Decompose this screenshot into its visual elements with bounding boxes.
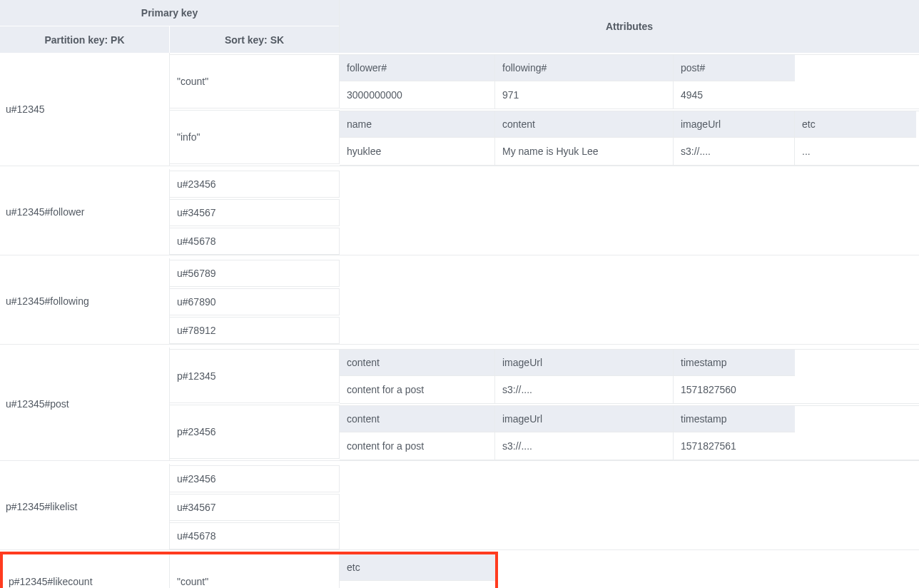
attributes-header: Attributes bbox=[340, 0, 919, 53]
dynamodb-table: Primary key Partition key: PK Sort key: … bbox=[0, 0, 919, 588]
table-row: u#12345#postp#12345p#23456contentcontent… bbox=[0, 348, 919, 461]
table-row: u#12345#followingu#56789u#67890u#78912 bbox=[0, 258, 919, 345]
sk-cell: u#56789 bbox=[170, 260, 340, 287]
attr-column bbox=[340, 169, 919, 255]
pk-cell: p#12345#likelist bbox=[0, 464, 170, 549]
attr-header: imageUrl bbox=[495, 406, 673, 432]
sk-cell: u#45678 bbox=[170, 228, 340, 255]
attr-value: s3://.... bbox=[495, 376, 673, 403]
attr-value: 1571827561 bbox=[674, 432, 795, 460]
attr-header: etc bbox=[340, 554, 495, 581]
sk-cell: p#12345 bbox=[170, 349, 340, 403]
attr-value: content for a post bbox=[340, 376, 494, 403]
attr-column: follower#3000000000following#971post#494… bbox=[340, 53, 919, 166]
table-row: u#12345"count""info"follower#3000000000f… bbox=[0, 53, 919, 166]
attr-pair: imageUrls3://.... bbox=[495, 406, 674, 460]
attr-pair: following#971 bbox=[495, 55, 674, 108]
sk-cell: "count" bbox=[170, 554, 340, 588]
sk-cell: p#23456 bbox=[170, 405, 340, 459]
attr-pair: imageUrls3://.... bbox=[674, 111, 795, 165]
attr-pair: contentcontent for a post bbox=[340, 406, 495, 460]
sk-cell: "count" bbox=[170, 54, 340, 108]
sk-cell: "info" bbox=[170, 110, 340, 164]
sk-column: "count""info" bbox=[170, 53, 340, 166]
attr-value: My name is Hyuk Lee bbox=[495, 138, 673, 165]
attr-value: 1571827560 bbox=[674, 376, 795, 403]
attr-value: s3://.... bbox=[495, 432, 673, 460]
attr-pair: contentcontent for a post bbox=[340, 350, 495, 403]
attr-group: namehyukleecontentMy name is Hyuk Leeima… bbox=[340, 111, 919, 166]
attr-value: 3000000000 bbox=[340, 81, 494, 108]
attr-pair: post#4945 bbox=[674, 55, 795, 108]
partition-key-header: Partition key: PK bbox=[0, 26, 170, 53]
sk-column: p#12345p#23456 bbox=[170, 348, 340, 460]
attr-header: content bbox=[340, 350, 494, 376]
sk-column: u#23456u#34567u#45678 bbox=[170, 464, 340, 549]
primary-key-header-group: Primary key Partition key: PK Sort key: … bbox=[0, 0, 340, 53]
attr-header: content bbox=[495, 111, 673, 138]
attr-value: 100 bbox=[340, 581, 495, 588]
attr-pair: timestamp1571827561 bbox=[674, 406, 795, 460]
sk-cell: u#34567 bbox=[170, 494, 340, 521]
sort-key-header: Sort key: SK bbox=[170, 26, 339, 53]
attr-header: post# bbox=[674, 55, 795, 81]
table-header-row: Primary key Partition key: PK Sort key: … bbox=[0, 0, 919, 53]
attr-value: s3://.... bbox=[674, 138, 794, 165]
pk-cell: p#12345#likecount bbox=[3, 554, 170, 588]
sk-cell: u#34567 bbox=[170, 199, 340, 226]
table-row: p#12345#likelistu#23456u#34567u#45678 bbox=[0, 464, 919, 550]
attr-column bbox=[340, 464, 919, 549]
attr-header: imageUrl bbox=[495, 350, 673, 376]
attr-group: follower#3000000000following#971post#494… bbox=[340, 54, 919, 109]
attr-pair: follower#3000000000 bbox=[340, 55, 495, 108]
attr-value: hyuklee bbox=[340, 138, 494, 165]
pk-cell: u#12345#follower bbox=[0, 169, 170, 255]
attr-pair: timestamp1571827560 bbox=[674, 350, 795, 403]
attr-pair: contentMy name is Hyuk Lee bbox=[495, 111, 674, 165]
attr-group: contentcontent for a postimageUrls3://..… bbox=[340, 405, 919, 460]
attr-column: contentcontent for a postimageUrls3://..… bbox=[340, 348, 919, 460]
attr-pair: namehyuklee bbox=[340, 111, 495, 165]
attr-header: timestamp bbox=[674, 406, 795, 432]
attr-column bbox=[340, 258, 919, 344]
sk-cell: u#23456 bbox=[170, 465, 340, 492]
sk-cell: u#67890 bbox=[170, 288, 340, 315]
attr-value: content for a post bbox=[340, 432, 494, 460]
attr-value: ... bbox=[795, 138, 916, 165]
sk-cell: u#78912 bbox=[170, 317, 340, 344]
attr-header: name bbox=[340, 111, 494, 138]
sk-column: u#23456u#34567u#45678 bbox=[170, 169, 340, 255]
highlighted-row: p#12345#likecount "count" etc 100 bbox=[0, 552, 498, 588]
attr-value: 4945 bbox=[674, 81, 795, 108]
attr-header: following# bbox=[495, 55, 673, 81]
attr-pair: etc... bbox=[795, 111, 916, 165]
sk-column: u#56789u#67890u#78912 bbox=[170, 258, 340, 344]
attr-group: contentcontent for a postimageUrls3://..… bbox=[340, 349, 919, 404]
pk-cell: u#12345 bbox=[0, 53, 170, 166]
attr-header: timestamp bbox=[674, 350, 795, 376]
attr-header: content bbox=[340, 406, 494, 432]
attr-pair: imageUrls3://.... bbox=[495, 350, 674, 403]
attr-header: etc bbox=[795, 111, 916, 138]
pk-cell: u#12345#post bbox=[0, 348, 170, 460]
table-row: u#12345#followeru#23456u#34567u#45678 bbox=[0, 169, 919, 255]
attr-value: 971 bbox=[495, 81, 673, 108]
primary-key-header: Primary key bbox=[0, 0, 339, 26]
pk-cell: u#12345#following bbox=[0, 258, 170, 344]
sk-cell: u#23456 bbox=[170, 171, 340, 198]
attr-header: follower# bbox=[340, 55, 494, 81]
sk-cell: u#45678 bbox=[170, 522, 340, 549]
attr-header: imageUrl bbox=[674, 111, 794, 138]
